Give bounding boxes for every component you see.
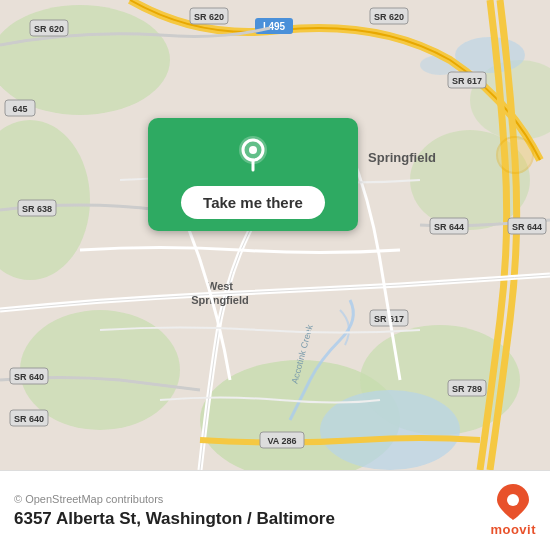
svg-text:SR 620: SR 620 bbox=[194, 12, 224, 22]
map-svg: I 495 SR 620 SR 620 SR 620 SR 617 SR 638… bbox=[0, 0, 550, 470]
moovit-brand-text: moovit bbox=[490, 522, 536, 537]
svg-text:SR 620: SR 620 bbox=[34, 24, 64, 34]
osm-credit: © OpenStreetMap contributors bbox=[14, 493, 335, 505]
svg-text:645: 645 bbox=[12, 104, 27, 114]
svg-text:SR 640: SR 640 bbox=[14, 414, 44, 424]
svg-point-48 bbox=[507, 494, 519, 506]
svg-text:SR 644: SR 644 bbox=[434, 222, 464, 232]
map-container: I 495 SR 620 SR 620 SR 620 SR 617 SR 638… bbox=[0, 0, 550, 470]
button-overlay: Take me there bbox=[148, 118, 358, 231]
address-text: 6357 Alberta St, Washington / Baltimore bbox=[14, 509, 335, 529]
green-card: Take me there bbox=[148, 118, 358, 231]
svg-text:Springfield: Springfield bbox=[368, 150, 436, 165]
svg-text:VA 286: VA 286 bbox=[267, 436, 296, 446]
svg-point-22 bbox=[497, 137, 533, 173]
svg-text:SR 638: SR 638 bbox=[22, 204, 52, 214]
svg-point-47 bbox=[249, 146, 257, 154]
bottom-bar: © OpenStreetMap contributors 6357 Albert… bbox=[0, 470, 550, 550]
moovit-logo: moovit bbox=[490, 484, 536, 537]
moovit-pin-icon bbox=[497, 484, 529, 520]
location-pin-icon bbox=[231, 132, 275, 176]
svg-text:SR 617: SR 617 bbox=[452, 76, 482, 86]
svg-text:Springfield: Springfield bbox=[191, 294, 248, 306]
address-section: © OpenStreetMap contributors 6357 Albert… bbox=[14, 493, 335, 529]
svg-text:SR 640: SR 640 bbox=[14, 372, 44, 382]
svg-text:SR 789: SR 789 bbox=[452, 384, 482, 394]
svg-text:SR 644: SR 644 bbox=[512, 222, 542, 232]
svg-text:SR 620: SR 620 bbox=[374, 12, 404, 22]
take-me-there-button[interactable]: Take me there bbox=[181, 186, 325, 219]
